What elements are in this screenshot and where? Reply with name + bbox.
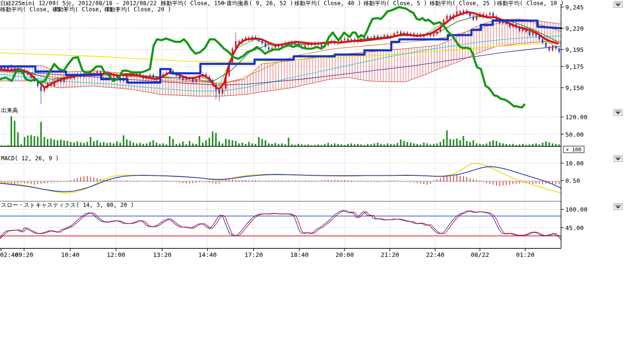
svg-text:10.00: 10.00	[565, 160, 584, 167]
stochastics-panel-series	[0, 210, 561, 240]
macd-panel-series	[0, 163, 561, 201]
svg-text:10:40: 10:40	[61, 251, 79, 258]
svg-text:9,150: 9,150	[565, 84, 584, 91]
chart-application-window: 日経225mini 12/09( 5分, 2012/08/18 - 2012/0…	[0, 0, 644, 362]
scale-dropdown-button[interactable]	[614, 156, 622, 162]
svg-text:08/22: 08/22	[471, 251, 489, 258]
svg-text:50.00: 50.00	[565, 131, 584, 138]
chart-canvas[interactable]: 02:4009:2010:4012:0013:2014:4017:2018:40…	[0, 0, 644, 362]
svg-text:14:40: 14:40	[198, 251, 216, 258]
scale-dropdown-button[interactable]	[614, 109, 622, 115]
svg-text:18:40: 18:40	[290, 251, 308, 258]
svg-text:9,195: 9,195	[565, 46, 584, 53]
svg-text:20:00: 20:00	[335, 251, 354, 258]
svg-text:0.50: 0.50	[565, 177, 580, 184]
svg-text:17:20: 17:20	[244, 251, 263, 258]
volume-multiplier-box: × 100	[563, 146, 584, 153]
volume-bars	[0, 116, 561, 147]
svg-text:100.00: 100.00	[565, 206, 587, 213]
scale-dropdown-button[interactable]	[614, 1, 622, 8]
svg-text:× 100: × 100	[566, 147, 581, 153]
volume-panel-label: 出来高	[1, 107, 18, 114]
svg-text:12:00: 12:00	[107, 251, 125, 258]
svg-text:9,245: 9,245	[565, 4, 584, 11]
scale-dropdown-button[interactable]	[614, 204, 622, 210]
stochastics-panel-label: スロー・ストキャスティクス( 14, 3, 80, 20 )	[1, 202, 134, 208]
svg-text:21:20: 21:20	[380, 251, 399, 258]
svg-text:9,175: 9,175	[565, 63, 584, 70]
svg-text:09:20: 09:20	[15, 251, 33, 258]
svg-text:120.00: 120.00	[565, 114, 587, 121]
ichimoku-thick-lines	[0, 7, 561, 107]
svg-text:01:20: 01:20	[516, 251, 534, 258]
svg-text:22:40: 22:40	[426, 251, 444, 258]
svg-text:13:20: 13:20	[153, 251, 171, 258]
svg-text:45.00: 45.00	[565, 224, 584, 231]
svg-text:9,220: 9,220	[565, 25, 584, 32]
macd-panel-label: MACD( 12, 26, 9 )	[1, 156, 59, 162]
